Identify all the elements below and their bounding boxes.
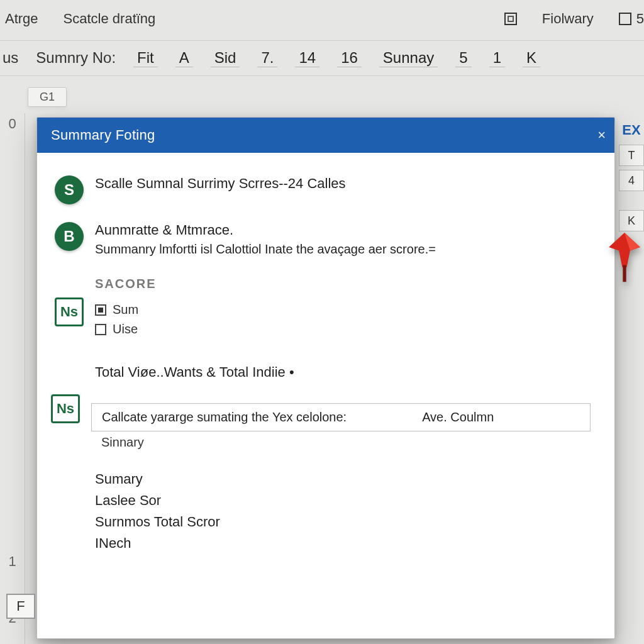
row2-5: 5 (455, 49, 471, 67)
row2-fit[interactable]: Fit (133, 49, 158, 67)
row2-prefix: us (3, 49, 18, 67)
mini-sum-label: Sum (113, 303, 138, 317)
option-s-title: Scalle Sumnal Surrimy Scrres--24 Calles (95, 175, 346, 192)
ex-label: EX (619, 119, 644, 141)
option-b-subtitle: Summanry lmfortti isl Calottiol Inate th… (95, 242, 436, 257)
ribbon-extra-value: 5 (636, 11, 644, 27)
option-ns[interactable]: Ns Sum Uise (51, 291, 601, 345)
mini-use-label: Uise (113, 322, 138, 336)
dialog-body: S Scalle Sumnal Surrimy Scrres--24 Calle… (37, 153, 614, 560)
ribbon-checkbox-1[interactable] (504, 13, 517, 25)
list-inech[interactable]: INech (95, 533, 601, 554)
right-cell-4[interactable]: 4 (619, 170, 644, 191)
checkbox-icon (504, 13, 517, 25)
calc-field-right: Ave. Coulmn (422, 410, 494, 425)
right-edge-cells: EX T 4 K (619, 170, 644, 235)
doc-icon (95, 324, 106, 335)
calc-field-left: Callcate yararge sumating the Yex celolo… (102, 410, 347, 425)
ribbon-row-1: Atrge Scatcle dratïng Fiolwary 5 (0, 0, 644, 38)
name-box-row: G1 (0, 82, 644, 112)
badge-ns-icon: Ns (55, 297, 84, 326)
row2-1: 1 (489, 49, 505, 67)
ribbon-row-2: us Sumnry No: Fit A Sid 7. 14 16 Sunnay … (0, 44, 644, 72)
ribbon-arrange[interactable]: Atrge (5, 11, 38, 27)
ribbon-extra-box[interactable]: 5 (619, 11, 644, 27)
list-surnmos[interactable]: Surnmos Total Scror (95, 511, 601, 533)
summary-list: Sumary Laslee Sor Surnmos Total Scror IN… (95, 469, 601, 554)
row2-sunnay[interactable]: Sunnay (379, 49, 438, 67)
summary-no-label: Sumnry No: (36, 49, 116, 67)
dialog-header: Summary Foting × (37, 118, 614, 153)
cell-name-box[interactable]: G1 (28, 87, 67, 107)
row2-16: 16 (337, 49, 362, 67)
row2-7: 7. (257, 49, 277, 67)
option-s[interactable]: S Scalle Sumnal Surrimy Scrres--24 Calle… (51, 164, 601, 211)
ribbon-scale[interactable]: Scatcle dratïng (64, 11, 156, 27)
row-number-1[interactable]: 1 (0, 553, 25, 570)
calc-field[interactable]: Callcate yararge sumating the Yex celolo… (91, 403, 591, 431)
row-number-0[interactable]: 0 (0, 116, 25, 132)
section-sacore-label: SACORE (95, 277, 601, 291)
calc-field-below: Sinnary (101, 435, 601, 450)
list-sumary[interactable]: Sumary (95, 469, 601, 490)
row2-14: 14 (295, 49, 319, 67)
row-header-F[interactable]: F (6, 594, 35, 619)
dialog-title: Summary Foting (51, 127, 155, 143)
row2-sid[interactable]: Sid (211, 49, 240, 67)
list-laslee[interactable]: Laslee Sor (95, 490, 601, 511)
dialog-close-button[interactable]: × (597, 127, 606, 143)
summary-dialog: Summary Foting × S Scalle Sumnal Surrimy… (36, 117, 615, 639)
row2-k: K (523, 49, 540, 67)
total-line: Total Viøe..Wants & Total Indiie • (95, 363, 601, 382)
option-b-title: Aunmratte & Mtmrace. (95, 222, 436, 238)
row-number-gutter: 0 1 2 (0, 113, 25, 644)
badge-b-icon: B (55, 222, 84, 251)
doc-icon (95, 304, 106, 316)
option-b[interactable]: B Aunmratte & Mtmrace. Summanry lmfortti… (51, 211, 601, 263)
right-cell-K[interactable]: K (619, 210, 644, 231)
right-cell-T[interactable]: T (619, 145, 644, 166)
box-icon (619, 13, 631, 25)
mini-item-sum[interactable]: Sum (95, 300, 597, 319)
badge-s-icon: S (55, 175, 84, 204)
mini-item-use[interactable]: Uise (95, 319, 597, 339)
row2-a[interactable]: A (175, 49, 193, 67)
badge-ns2-icon: Ns (51, 394, 80, 423)
ribbon-followary[interactable]: Fiolwary (542, 11, 594, 27)
